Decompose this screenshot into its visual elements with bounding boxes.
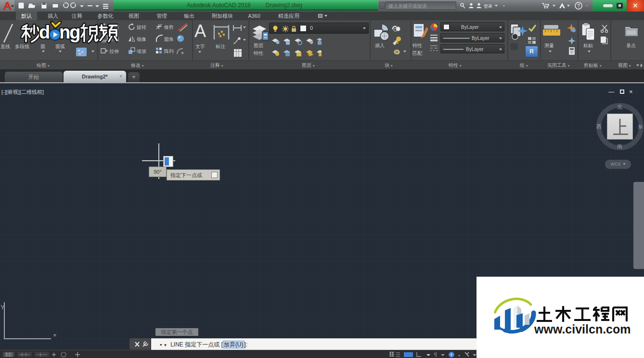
svg-text:?: ? xyxy=(577,3,580,9)
svg-text:登录: 登录 xyxy=(484,4,492,9)
